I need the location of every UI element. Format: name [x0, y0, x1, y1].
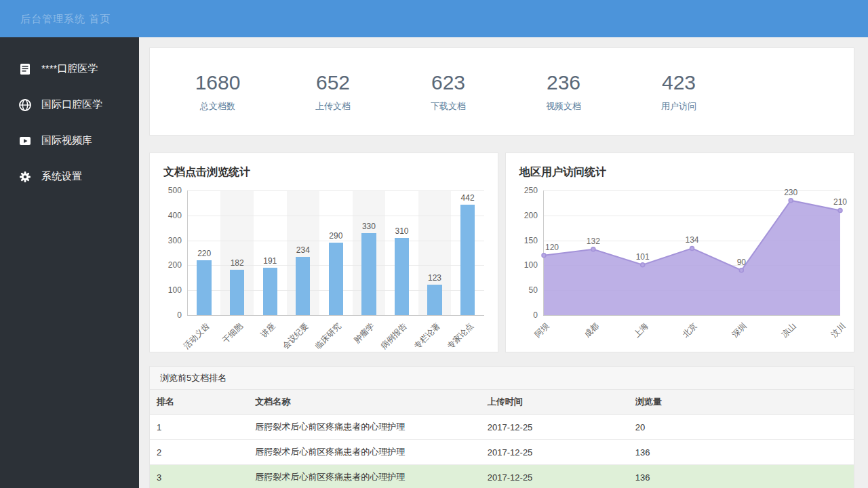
stat-label: 总文档数: [160, 100, 275, 113]
stat-label: 上传文档: [275, 100, 391, 113]
y-axis-label: 200: [168, 260, 182, 270]
stat-label: 用户访问: [621, 100, 736, 113]
sidebar: ****口腔医学 国际口腔医学 国际视频库 系统设置: [0, 37, 139, 488]
bar-value-label: 123: [414, 273, 455, 283]
stat-total-docs: 1680 总文档数: [160, 71, 275, 113]
x-axis-label: 阿坝: [505, 321, 552, 367]
stat-value: 423: [621, 71, 736, 94]
x-axis-label: 北京: [654, 321, 701, 367]
cell-views: 20: [629, 415, 854, 440]
cell-rank: 1: [150, 415, 248, 440]
bar: [263, 268, 277, 315]
bar-value-label: 234: [283, 245, 323, 255]
y-axis-label: 0: [177, 310, 182, 320]
y-axis-label: 100: [168, 285, 182, 295]
sidebar-item-label: 国际视频库: [41, 134, 92, 147]
cell-name: 唇腭裂术后心前区疼痛患者的心理护理: [248, 415, 481, 440]
column-header-date: 上传时间: [481, 390, 629, 415]
cell-rank: 2: [150, 440, 248, 465]
doc-clicks-chart-card: 文档点击浏览统计 0100200300400500 220活动义齿182干细胞1…: [149, 152, 498, 352]
x-axis-label: 汶川: [802, 321, 848, 367]
charts-row: 文档点击浏览统计 0100200300400500 220活动义齿182干细胞1…: [149, 152, 854, 352]
column-header-rank: 排名: [150, 390, 248, 415]
sidebar-item-video-library[interactable]: 国际视频库: [0, 123, 139, 159]
bar-value-label: 442: [448, 193, 488, 203]
x-axis-label: 凉山: [752, 321, 799, 367]
x-axis-label: 上海: [604, 321, 651, 367]
data-point: [739, 268, 743, 272]
ranking-table: 排名 文档名称 上传时间 浏览量 1 唇腭裂术后心前区疼痛患者的心理护理 201…: [150, 390, 854, 488]
data-point: [838, 208, 842, 212]
table-row[interactable]: 1 唇腭裂术后心前区疼痛患者的心理护理 2017-12-25 20: [150, 415, 854, 440]
area-chart: 050100150200250 12013210113490230210阿坝成都…: [519, 190, 840, 316]
stat-user-visits: 423 用户访问: [621, 71, 736, 113]
bar-value-label: 191: [250, 256, 290, 266]
point-value-label: 230: [784, 188, 797, 197]
area-chart-y-axis: 050100150200250: [519, 190, 543, 316]
stat-value: 1680: [160, 71, 275, 94]
area-fill: [544, 201, 840, 315]
stat-value: 652: [275, 71, 391, 94]
cell-date: 2017-12-25: [481, 415, 629, 440]
table-row[interactable]: 2 唇腭裂术后心前区疼痛患者的心理护理 2017-12-25 136: [150, 440, 854, 465]
y-axis-label: 300: [168, 236, 182, 245]
bar-value-label: 290: [315, 231, 356, 241]
y-axis-label: 100: [524, 260, 538, 270]
sidebar-item-label: 国际口腔医学: [41, 98, 102, 111]
point-value-label: 210: [833, 197, 847, 207]
area-series: 12013210113490230210: [544, 190, 840, 315]
y-axis-label: 50: [529, 285, 538, 295]
point-value-label: 120: [545, 243, 559, 252]
stat-uploaded-docs: 652 上传文档: [275, 71, 391, 113]
main-content: 1680 总文档数 652 上传文档 623 下载文档 236 视频文档 423…: [139, 37, 868, 488]
ranking-table-card: 浏览前5文档排名 排名 文档名称 上传时间 浏览量 1 唇腭裂术后心前区疼痛患者…: [149, 366, 854, 488]
header-bar: 后台管理系统 首页: [0, 0, 868, 37]
y-axis-label: 0: [533, 310, 538, 320]
bar: [395, 238, 409, 315]
header-title: 后台管理系统 首页: [0, 0, 868, 37]
y-axis-label: 500: [168, 186, 182, 195]
gridline: [188, 190, 484, 191]
area-chart-plot: 12013210113490230210阿坝成都上海北京深圳凉山汶川: [543, 190, 840, 316]
ranking-panel-title: 浏览前5文档排名: [150, 367, 854, 390]
bar: [197, 260, 211, 315]
table-row[interactable]: 3 唇腭裂术后心前区疼痛患者的心理护理 2017-12-25 136: [150, 465, 854, 488]
y-axis-label: 400: [168, 211, 182, 220]
y-axis-label: 250: [524, 186, 538, 195]
stat-value: 236: [506, 71, 621, 94]
point-value-label: 90: [737, 258, 747, 267]
cell-views: 136: [629, 465, 854, 488]
stat-label: 视频文档: [506, 100, 621, 113]
cell-name: 唇腭裂术后心前区疼痛患者的心理护理: [248, 440, 481, 465]
data-point: [690, 246, 694, 250]
stats-card: 1680 总文档数 652 上传文档 623 下载文档 236 视频文档 423…: [149, 47, 854, 136]
sidebar-item-intl-oral-medicine[interactable]: 国际口腔医学: [0, 87, 139, 123]
sidebar-item-oral-medicine[interactable]: ****口腔医学: [0, 51, 139, 87]
point-value-label: 101: [636, 252, 650, 262]
stat-downloaded-docs: 623 下载文档: [391, 71, 506, 113]
chart-title: 地区用户访问统计: [519, 165, 840, 180]
data-point: [591, 247, 595, 251]
cell-rank: 3: [150, 465, 248, 488]
sidebar-item-settings[interactable]: 系统设置: [0, 159, 139, 195]
stat-label: 下载文档: [391, 100, 506, 113]
column-header-name: 文档名称: [248, 390, 481, 415]
bar: [329, 243, 343, 315]
sidebar-item-label: 系统设置: [41, 170, 82, 183]
bar: [460, 205, 475, 315]
cell-views: 136: [629, 440, 854, 465]
bar: [296, 257, 310, 315]
gear-icon: [18, 169, 33, 184]
globe-icon: [18, 98, 33, 113]
bar: [230, 270, 244, 315]
bar-value-label: 220: [184, 249, 224, 258]
cell-name: 唇腭裂术后心前区疼痛患者的心理护理: [248, 465, 481, 488]
x-axis-label: 成都: [555, 321, 601, 367]
y-axis-label: 200: [524, 211, 538, 220]
bar-chart-plot: 220活动义齿182干细胞191讲座234会议纪要290临床研究330肿瘤学31…: [187, 190, 484, 316]
y-axis-label: 150: [524, 236, 538, 245]
x-axis-label: 深圳: [703, 321, 750, 367]
point-value-label: 134: [685, 235, 698, 245]
bar-value-label: 310: [381, 226, 422, 236]
point-value-label: 132: [587, 237, 600, 246]
